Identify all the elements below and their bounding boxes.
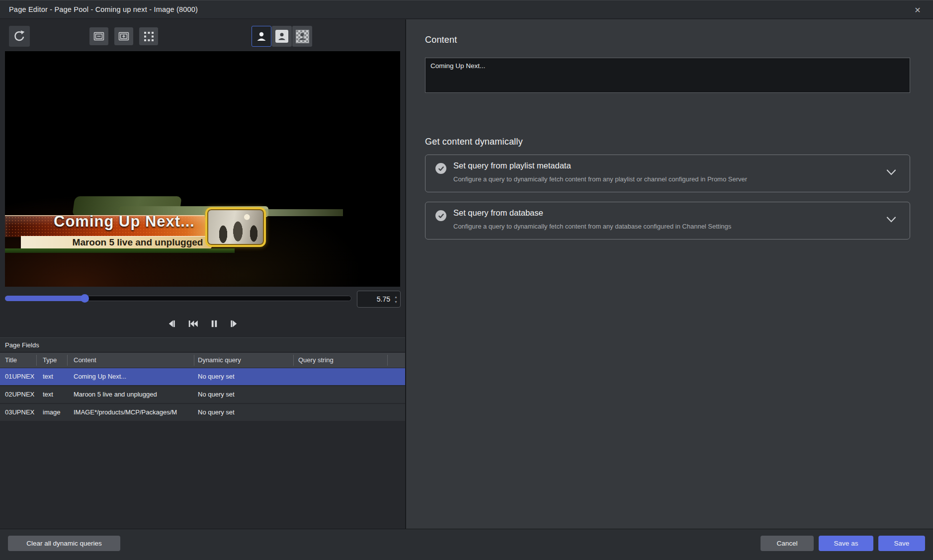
cell-title: 01UPNEX [5,368,36,385]
lower-third-video-thumbnail [205,207,266,247]
column-separator[interactable] [67,355,68,366]
save-button[interactable]: Save [878,536,925,551]
cell-content: IMAGE*/products/MCP/Packages/M [74,404,193,421]
cell-content: Maroon 5 live and unplugged [74,386,193,403]
refresh-icon [13,30,26,43]
skip-start-button[interactable] [187,319,199,328]
selection-bounds-icon [144,31,154,42]
person-fill-button[interactable] [252,26,271,47]
cell-type: text [43,368,67,385]
content-input[interactable]: Coming Up Next... [425,58,910,93]
person-fill-icon [255,30,267,42]
time-value[interactable]: 5.75 [357,295,393,303]
frame-minus-icon [93,31,104,41]
table-row[interactable]: 02UPNEX text Maroon 5 live and unplugged… [0,386,405,403]
spinner-up-icon[interactable]: ▲ [394,295,398,299]
refresh-button[interactable] [9,26,30,47]
lower-third-title-text: Coming Up Next... [40,213,209,231]
cell-dynamic-query: No query set [198,368,292,385]
lower-third-base-strip [5,248,235,253]
scrubber-fill [5,296,85,301]
cell-type: image [43,404,67,421]
selection-bounds-button[interactable] [139,27,158,45]
column-content[interactable]: Content [74,353,188,368]
close-icon[interactable]: ✕ [909,2,926,17]
pause-button[interactable] [210,319,218,328]
cell-title: 02UPNEX [5,386,36,403]
content-panel: Content Coming Up Next... Get content dy… [406,19,933,529]
person-key-icon [275,30,288,43]
cell-type: text [43,386,67,403]
title-bar: Page Editor - Page Pool - Coming up next… [0,0,933,19]
step-back-button[interactable] [167,319,176,328]
column-query-string[interactable]: Query string [298,353,383,368]
column-separator[interactable] [36,355,37,366]
column-title[interactable]: Title [5,353,35,368]
playlist-metadata-card[interactable]: Set query from playlist metadata Configu… [425,155,910,192]
time-spinbox[interactable]: 5.75 ▲ ▼ [357,291,401,308]
lower-third-decor [254,209,343,216]
footer-bar: Clear all dynamic queries Cancel Save as… [0,529,933,560]
frame-plus-button[interactable] [114,27,133,45]
spinner-down-icon[interactable]: ▼ [394,300,398,304]
cell-title: 03UPNEX [5,404,36,421]
step-forward-button[interactable] [229,319,239,328]
clear-queries-button[interactable]: Clear all dynamic queries [8,536,120,551]
transport-controls [0,314,405,333]
window-title: Page Editor - Page Pool - Coming up next… [0,5,198,13]
check-icon [435,210,446,221]
table-row[interactable]: 03UPNEX image IMAGE*/products/MCP/Packag… [0,404,405,421]
frame-minus-button[interactable] [89,27,108,45]
page-editor-window: Page Editor - Page Pool - Coming up next… [0,0,933,560]
column-type[interactable]: Type [43,353,66,368]
scrubber-thumb[interactable] [81,294,89,303]
card-description: Configure a query to dynamically fetch c… [453,175,747,183]
dynamic-content-heading: Get content dynamically [425,137,523,147]
chevron-down-icon[interactable] [886,216,897,225]
check-icon [435,163,446,174]
lower-third-subtitle-band: Maroon 5 live and unplugged [21,236,220,248]
database-query-card[interactable]: Set query from database Configure a quer… [425,202,910,240]
cell-content: Coming Up Next... [74,368,193,385]
save-as-button[interactable]: Save as [819,536,873,551]
video-preview: Coming Up Next... Maroon 5 live and unpl… [5,51,400,287]
cancel-button[interactable]: Cancel [761,536,814,551]
card-title: Set query from playlist metadata [453,161,571,170]
column-separator[interactable] [387,355,388,366]
frame-plus-icon [118,31,129,41]
cell-query-string [298,404,386,421]
column-separator[interactable] [293,355,294,366]
page-fields-header-strip: Page Fields [0,337,405,352]
cell-query-string [298,368,386,385]
page-fields-column-header: Title Type Content Dynamic query Query s… [0,353,405,368]
page-fields-title: Page Fields [0,341,39,349]
column-separator[interactable] [194,355,194,366]
lower-third-subtitle-text: Maroon 5 live and unplugged [56,237,220,248]
chevron-down-icon[interactable] [886,169,897,178]
table-row[interactable]: 01UPNEX text Coming Up Next... No query … [0,368,405,385]
cell-dynamic-query: No query set [198,404,292,421]
column-dynamic-query[interactable]: Dynamic query [198,353,287,368]
preview-panel: Coming Up Next... Maroon 5 live and unpl… [0,19,405,529]
person-alpha-button[interactable] [292,26,312,47]
lower-third-title-band: Coming Up Next... [5,215,211,237]
person-key-button[interactable] [272,26,292,47]
person-alpha-icon [296,30,309,43]
cell-dynamic-query: No query set [198,386,292,403]
card-description: Configure a query to dynamically fetch c… [453,223,731,230]
timeline-slider[interactable] [5,294,351,303]
card-title: Set query from database [453,208,543,218]
cell-query-string [298,386,386,403]
content-heading: Content [425,35,457,45]
